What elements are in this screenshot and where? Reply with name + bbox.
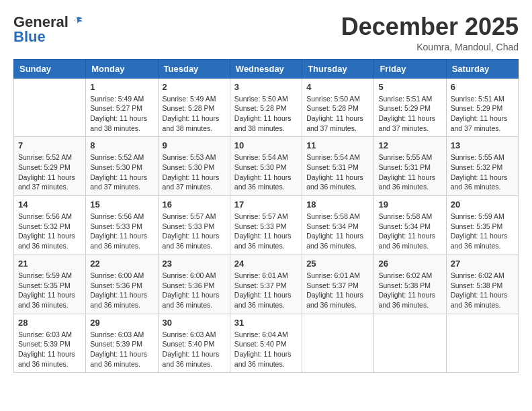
calendar-header-monday: Monday xyxy=(86,59,158,78)
day-info: Sunrise: 5:54 AM Sunset: 5:30 PM Dayligh… xyxy=(234,152,298,192)
day-number: 23 xyxy=(163,259,226,269)
day-number: 30 xyxy=(163,318,226,328)
day-info: Sunrise: 5:51 AM Sunset: 5:29 PM Dayligh… xyxy=(451,94,514,134)
calendar-cell: 14Sunrise: 5:56 AM Sunset: 5:32 PM Dayli… xyxy=(14,196,86,255)
day-info: Sunrise: 5:52 AM Sunset: 5:29 PM Dayligh… xyxy=(18,152,81,192)
day-number: 16 xyxy=(163,199,226,210)
day-number: 3 xyxy=(234,82,298,92)
calendar-cell: 24Sunrise: 6:01 AM Sunset: 5:37 PM Dayli… xyxy=(230,255,302,314)
calendar-cell xyxy=(302,314,374,373)
day-number: 5 xyxy=(378,82,441,92)
calendar-week-row: 7Sunrise: 5:52 AM Sunset: 5:29 PM Daylig… xyxy=(14,137,519,196)
day-number: 15 xyxy=(90,199,153,210)
day-number: 31 xyxy=(234,318,298,328)
title-block: December 2025 Koumra, Mandoul, Chad xyxy=(341,13,519,52)
calendar-week-row: 21Sunrise: 5:59 AM Sunset: 5:35 PM Dayli… xyxy=(14,255,519,314)
day-number: 29 xyxy=(90,318,153,328)
calendar-cell: 30Sunrise: 6:03 AM Sunset: 5:40 PM Dayli… xyxy=(158,314,230,373)
day-info: Sunrise: 5:59 AM Sunset: 5:35 PM Dayligh… xyxy=(451,212,514,251)
day-info: Sunrise: 5:51 AM Sunset: 5:29 PM Dayligh… xyxy=(378,94,441,134)
calendar-header-row: SundayMondayTuesdayWednesdayThursdayFrid… xyxy=(14,59,519,78)
calendar-cell: 12Sunrise: 5:55 AM Sunset: 5:31 PM Dayli… xyxy=(374,137,446,196)
calendar-week-row: 1Sunrise: 5:49 AM Sunset: 5:27 PM Daylig… xyxy=(14,78,519,137)
calendar-cell xyxy=(446,314,518,373)
day-number: 1 xyxy=(90,82,153,92)
day-number: 21 xyxy=(18,259,81,269)
day-number: 14 xyxy=(18,199,81,210)
day-info: Sunrise: 6:03 AM Sunset: 5:39 PM Dayligh… xyxy=(18,330,81,369)
calendar-cell: 21Sunrise: 5:59 AM Sunset: 5:35 PM Dayli… xyxy=(14,255,86,314)
calendar-header-sunday: Sunday xyxy=(14,59,86,78)
calendar-cell: 29Sunrise: 6:03 AM Sunset: 5:39 PM Dayli… xyxy=(86,314,158,373)
calendar-cell: 22Sunrise: 6:00 AM Sunset: 5:36 PM Dayli… xyxy=(86,255,158,314)
day-info: Sunrise: 5:50 AM Sunset: 5:28 PM Dayligh… xyxy=(306,94,369,134)
day-info: Sunrise: 6:03 AM Sunset: 5:40 PM Dayligh… xyxy=(163,330,226,369)
day-info: Sunrise: 6:01 AM Sunset: 5:37 PM Dayligh… xyxy=(234,271,298,310)
calendar-header-tuesday: Tuesday xyxy=(158,59,230,78)
calendar-cell: 17Sunrise: 5:57 AM Sunset: 5:33 PM Dayli… xyxy=(230,196,302,255)
day-number: 25 xyxy=(306,259,369,269)
calendar-cell: 26Sunrise: 6:02 AM Sunset: 5:38 PM Dayli… xyxy=(374,255,446,314)
calendar-header-friday: Friday xyxy=(374,59,446,78)
day-number: 28 xyxy=(18,318,81,328)
day-info: Sunrise: 5:57 AM Sunset: 5:33 PM Dayligh… xyxy=(234,212,298,251)
calendar-cell: 25Sunrise: 6:01 AM Sunset: 5:37 PM Dayli… xyxy=(302,255,374,314)
calendar-cell: 9Sunrise: 5:53 AM Sunset: 5:30 PM Daylig… xyxy=(158,137,230,196)
day-info: Sunrise: 5:50 AM Sunset: 5:28 PM Dayligh… xyxy=(234,94,298,134)
day-number: 17 xyxy=(234,199,298,210)
day-info: Sunrise: 6:01 AM Sunset: 5:37 PM Dayligh… xyxy=(306,271,369,310)
calendar-cell: 16Sunrise: 5:57 AM Sunset: 5:33 PM Dayli… xyxy=(158,196,230,255)
day-info: Sunrise: 5:56 AM Sunset: 5:33 PM Dayligh… xyxy=(90,212,153,251)
calendar-header-wednesday: Wednesday xyxy=(230,59,302,78)
calendar-week-row: 14Sunrise: 5:56 AM Sunset: 5:32 PM Dayli… xyxy=(14,196,519,255)
calendar-cell: 2Sunrise: 5:49 AM Sunset: 5:28 PM Daylig… xyxy=(158,78,230,137)
day-info: Sunrise: 6:00 AM Sunset: 5:36 PM Dayligh… xyxy=(163,271,226,310)
day-number: 20 xyxy=(451,199,514,210)
day-info: Sunrise: 5:55 AM Sunset: 5:32 PM Dayligh… xyxy=(451,152,514,192)
day-info: Sunrise: 5:59 AM Sunset: 5:35 PM Dayligh… xyxy=(18,271,81,310)
day-number: 24 xyxy=(234,259,298,269)
day-info: Sunrise: 5:52 AM Sunset: 5:30 PM Dayligh… xyxy=(90,152,153,192)
day-number: 22 xyxy=(90,259,153,269)
day-info: Sunrise: 6:00 AM Sunset: 5:36 PM Dayligh… xyxy=(90,271,153,310)
calendar-cell: 28Sunrise: 6:03 AM Sunset: 5:39 PM Dayli… xyxy=(14,314,86,373)
calendar-cell: 19Sunrise: 5:58 AM Sunset: 5:34 PM Dayli… xyxy=(374,196,446,255)
calendar-cell: 5Sunrise: 5:51 AM Sunset: 5:29 PM Daylig… xyxy=(374,78,446,137)
day-info: Sunrise: 5:58 AM Sunset: 5:34 PM Dayligh… xyxy=(306,212,369,251)
calendar-cell: 13Sunrise: 5:55 AM Sunset: 5:32 PM Dayli… xyxy=(446,137,518,196)
calendar-cell: 4Sunrise: 5:50 AM Sunset: 5:28 PM Daylig… xyxy=(302,78,374,137)
logo-blue: Blue xyxy=(13,28,46,46)
day-number: 26 xyxy=(378,259,441,269)
calendar-cell: 6Sunrise: 5:51 AM Sunset: 5:29 PM Daylig… xyxy=(446,78,518,137)
day-number: 12 xyxy=(378,140,441,150)
page-header: General Blue December 2025 Koumra, Mando… xyxy=(13,13,519,52)
calendar-header-saturday: Saturday xyxy=(446,59,518,78)
day-info: Sunrise: 6:04 AM Sunset: 5:40 PM Dayligh… xyxy=(234,330,298,369)
calendar-cell: 31Sunrise: 6:04 AM Sunset: 5:40 PM Dayli… xyxy=(230,314,302,373)
day-number: 13 xyxy=(451,140,514,150)
calendar-cell: 1Sunrise: 5:49 AM Sunset: 5:27 PM Daylig… xyxy=(86,78,158,137)
day-number: 8 xyxy=(90,140,153,150)
calendar-table: SundayMondayTuesdayWednesdayThursdayFrid… xyxy=(13,59,519,373)
calendar-cell: 8Sunrise: 5:52 AM Sunset: 5:30 PM Daylig… xyxy=(86,137,158,196)
day-info: Sunrise: 5:54 AM Sunset: 5:31 PM Dayligh… xyxy=(306,152,369,192)
logo: General Blue xyxy=(13,13,85,46)
day-info: Sunrise: 6:02 AM Sunset: 5:38 PM Dayligh… xyxy=(378,271,441,310)
location: Koumra, Mandoul, Chad xyxy=(341,42,519,52)
calendar-cell: 10Sunrise: 5:54 AM Sunset: 5:30 PM Dayli… xyxy=(230,137,302,196)
calendar-cell: 18Sunrise: 5:58 AM Sunset: 5:34 PM Dayli… xyxy=(302,196,374,255)
day-number: 4 xyxy=(306,82,369,92)
day-number: 9 xyxy=(163,140,226,150)
month-title: December 2025 xyxy=(341,13,519,40)
calendar-header-thursday: Thursday xyxy=(302,59,374,78)
day-number: 19 xyxy=(378,199,441,210)
day-info: Sunrise: 5:55 AM Sunset: 5:31 PM Dayligh… xyxy=(378,152,441,192)
calendar-cell: 20Sunrise: 5:59 AM Sunset: 5:35 PM Dayli… xyxy=(446,196,518,255)
day-number: 2 xyxy=(163,82,226,92)
day-info: Sunrise: 6:03 AM Sunset: 5:39 PM Dayligh… xyxy=(90,330,153,369)
day-number: 7 xyxy=(18,140,81,150)
calendar-cell: 3Sunrise: 5:50 AM Sunset: 5:28 PM Daylig… xyxy=(230,78,302,137)
day-info: Sunrise: 5:53 AM Sunset: 5:30 PM Dayligh… xyxy=(163,152,226,192)
day-info: Sunrise: 6:02 AM Sunset: 5:38 PM Dayligh… xyxy=(451,271,514,310)
day-info: Sunrise: 5:49 AM Sunset: 5:28 PM Dayligh… xyxy=(163,94,226,134)
